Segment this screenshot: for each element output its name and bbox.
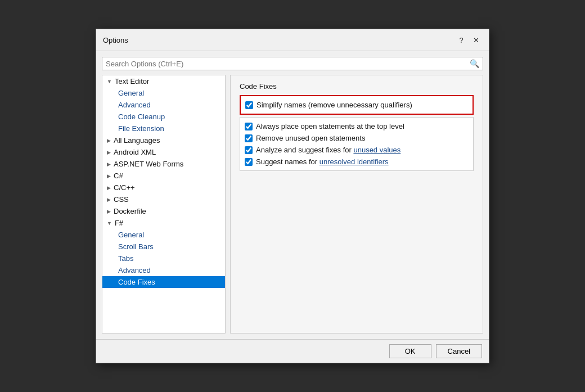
checkbox-remove-unused[interactable] <box>245 134 253 142</box>
tree-item-label: Code Fixes <box>118 278 155 286</box>
tree-item-label: All Languages <box>114 136 160 145</box>
checkbox-always-place[interactable] <box>245 123 253 130</box>
options-dialog: Options ? ✕ 🔍 ▼Text EditorGeneralAdvance… <box>96 29 489 363</box>
tree-item-label: C/C++ <box>114 183 135 192</box>
tree-item-label: Android XML <box>114 148 156 156</box>
tree-arrow-icon: ▶ <box>107 150 111 155</box>
tree-item-label: ASP.NET Web Forms <box>114 160 183 168</box>
checkbox-suggest[interactable] <box>245 158 253 166</box>
tree-item-label: C# <box>114 172 123 180</box>
tree-item-tabs[interactable]: Tabs <box>102 253 225 264</box>
tree-arrow-icon: ▶ <box>107 197 111 202</box>
label-analyze: Analyze and suggest fixes for unused val… <box>256 146 400 154</box>
tree-item-label: Advanced <box>118 101 151 109</box>
tree-arrow-icon: ▼ <box>107 79 112 84</box>
content-panel: Code Fixes Simplify names (remove unnece… <box>230 75 483 334</box>
tree-item-code-fixes[interactable]: Code Fixes <box>102 276 225 288</box>
tree-arrow-icon: ▶ <box>107 185 111 191</box>
tree-item-aspnet-web-forms[interactable]: ▶ASP.NET Web Forms <box>102 158 225 170</box>
first-checkbox-group: Simplify names (remove unnecessary quali… <box>240 95 474 115</box>
tree-item-android-xml[interactable]: ▶Android XML <box>102 146 225 158</box>
main-area: ▼Text EditorGeneralAdvancedCode CleanupF… <box>102 75 483 334</box>
cancel-button[interactable]: Cancel <box>436 344 482 358</box>
section-label: Code Fixes <box>240 82 474 91</box>
tree-item-css[interactable]: ▶CSS <box>102 193 225 205</box>
tree-arrow-icon: ▶ <box>107 173 111 179</box>
tree-item-label: Tabs <box>118 254 133 263</box>
label-remove-unused: Remove unused open statements <box>256 134 365 142</box>
ok-button[interactable]: OK <box>389 344 431 358</box>
tree-item-text-editor[interactable]: ▼Text Editor <box>102 75 225 87</box>
checkbox-row-simplify: Simplify names (remove unnecessary quali… <box>245 101 468 109</box>
tree-item-code-cleanup[interactable]: Code Cleanup <box>102 111 225 123</box>
tree-item-label: Dockerfile <box>114 207 146 215</box>
dialog-title: Options <box>103 36 128 44</box>
tree-item-label: General <box>118 231 144 239</box>
checkbox-row-analyze: Analyze and suggest fixes for unused val… <box>245 146 469 154</box>
checkbox-analyze[interactable] <box>245 146 253 154</box>
rest-checkbox-group: Always place open statements at the top … <box>240 117 474 171</box>
checkbox-row-always-place: Always place open statements at the top … <box>245 122 469 130</box>
tree-panel: ▼Text EditorGeneralAdvancedCode CleanupF… <box>102 75 226 334</box>
title-bar: Options ? ✕ <box>96 29 489 51</box>
tree-item-csharp[interactable]: ▶C# <box>102 170 225 182</box>
tree-item-general[interactable]: General <box>102 87 225 99</box>
tree-arrow-icon: ▶ <box>107 209 111 214</box>
tree-item-label: Code Cleanup <box>118 112 165 121</box>
tree-item-fs-advanced[interactable]: Advanced <box>102 264 225 276</box>
tree-item-label: Advanced <box>118 266 151 274</box>
checkbox-row-remove-unused: Remove unused open statements <box>245 134 469 142</box>
title-bar-left: Options <box>103 36 128 44</box>
tree-item-file-extension[interactable]: File Extension <box>102 123 225 134</box>
label-suggest: Suggest names for unresolved identifiers <box>256 157 389 166</box>
tree-arrow-icon: ▶ <box>107 161 111 167</box>
tree-arrow-icon: ▼ <box>107 220 112 226</box>
tree-item-scroll-bars[interactable]: Scroll Bars <box>102 241 225 253</box>
tree-item-fs-general[interactable]: General <box>102 229 225 241</box>
label-simplify: Simplify names (remove unnecessary quali… <box>256 101 412 109</box>
title-bar-right: ? ✕ <box>455 34 482 46</box>
help-button[interactable]: ? <box>455 34 467 46</box>
dialog-body: 🔍 ▼Text EditorGeneralAdvancedCode Cleanu… <box>96 51 489 339</box>
tree-item-fsharp[interactable]: ▼F# <box>102 217 225 229</box>
tree-item-dockerfile[interactable]: ▶Dockerfile <box>102 205 225 217</box>
tree-item-cpp[interactable]: ▶C/C++ <box>102 182 225 193</box>
tree-item-label: General <box>118 89 144 97</box>
search-icon: 🔍 <box>470 59 479 68</box>
checkbox-row-suggest: Suggest names for unresolved identifiers <box>245 157 469 166</box>
close-button[interactable]: ✕ <box>470 34 482 46</box>
tree-item-label: File Extension <box>118 124 164 133</box>
search-input[interactable] <box>106 60 470 68</box>
tree-item-label: Scroll Bars <box>118 242 154 251</box>
search-row[interactable]: 🔍 <box>102 57 483 70</box>
checkbox-simplify[interactable] <box>245 101 253 109</box>
dialog-footer: OK Cancel <box>96 339 489 363</box>
tree-item-label: CSS <box>114 195 129 204</box>
tree-item-label: Text Editor <box>115 77 149 85</box>
tree-item-advanced[interactable]: Advanced <box>102 99 225 111</box>
tree-item-label: F# <box>115 219 123 227</box>
tree-arrow-icon: ▶ <box>107 138 111 143</box>
label-always-place: Always place open statements at the top … <box>256 122 404 130</box>
tree-item-all-languages[interactable]: ▶All Languages <box>102 134 225 146</box>
